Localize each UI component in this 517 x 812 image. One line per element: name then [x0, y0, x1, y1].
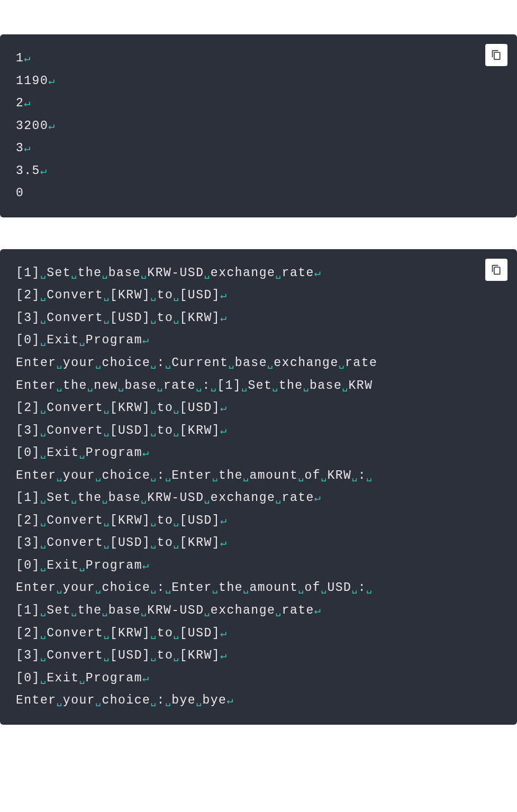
- whitespace-marker: [196, 694, 202, 707]
- whitespace-marker: [212, 469, 219, 482]
- whitespace-marker: [150, 514, 157, 527]
- whitespace-marker: [366, 581, 373, 595]
- whitespace-marker: [95, 694, 102, 707]
- whitespace-marker: [79, 671, 85, 685]
- whitespace-marker: [103, 626, 110, 640]
- whitespace-marker: [103, 514, 110, 527]
- whitespace-marker: [79, 446, 85, 460]
- newline-marker: [220, 311, 228, 325]
- whitespace-marker: [71, 266, 77, 280]
- whitespace-marker: [204, 266, 210, 280]
- whitespace-marker: [211, 379, 217, 393]
- newline-marker: [226, 694, 234, 707]
- whitespace-marker: [57, 379, 63, 393]
- whitespace-marker: [40, 333, 47, 347]
- whitespace-marker: [275, 604, 282, 617]
- whitespace-marker: [165, 356, 171, 370]
- newline-marker: [48, 74, 56, 88]
- whitespace-marker: [173, 649, 179, 662]
- whitespace-marker: [173, 536, 179, 550]
- whitespace-marker: [267, 356, 274, 370]
- whitespace-marker: [321, 581, 327, 595]
- input-code-block: 111902320033.50: [0, 34, 517, 217]
- whitespace-marker: [103, 401, 110, 415]
- code-line: Enteryourchoice:EntertheamountofUSD:: [16, 577, 501, 599]
- whitespace-marker: [79, 559, 85, 572]
- whitespace-marker: [204, 491, 210, 505]
- newline-marker: [220, 536, 228, 550]
- whitespace-marker: [95, 581, 102, 595]
- whitespace-marker: [57, 694, 63, 707]
- whitespace-marker: [150, 581, 157, 595]
- output-code-block: [1]SetthebaseKRW-USDexchangerate[2]Conve…: [0, 249, 517, 725]
- whitespace-marker: [102, 266, 108, 280]
- newline-marker: [142, 559, 150, 572]
- whitespace-marker: [228, 356, 234, 370]
- whitespace-marker: [79, 333, 85, 347]
- code-line: [2]Convert[KRW]to[USD]: [16, 509, 501, 532]
- code-line: Enteryourchoice:byebye: [16, 689, 501, 712]
- code-line: Enteryourchoice:EntertheamountofKRW:: [16, 464, 501, 487]
- whitespace-marker: [165, 469, 171, 482]
- whitespace-marker: [173, 288, 179, 302]
- whitespace-marker: [150, 626, 157, 640]
- whitespace-marker: [342, 379, 348, 393]
- newline-marker: [220, 649, 228, 662]
- whitespace-marker: [243, 581, 249, 595]
- newline-marker: [24, 51, 31, 65]
- whitespace-marker: [71, 491, 77, 505]
- whitespace-marker: [298, 581, 304, 595]
- whitespace-marker: [204, 604, 210, 617]
- code-line: [3]Convert[USD]to[KRW]: [16, 419, 501, 442]
- whitespace-marker: [272, 379, 278, 393]
- copy-button[interactable]: [485, 44, 507, 66]
- code-line: [1]SetthebaseKRW-USDexchangerate: [16, 599, 501, 622]
- whitespace-marker: [141, 266, 147, 280]
- whitespace-marker: [351, 581, 358, 595]
- newline-marker: [220, 401, 228, 415]
- whitespace-marker: [40, 446, 47, 460]
- newline-marker: [314, 266, 322, 280]
- whitespace-marker: [157, 379, 164, 393]
- code-line: [3]Convert[USD]to[KRW]: [16, 307, 501, 330]
- whitespace-marker: [103, 288, 110, 302]
- whitespace-marker: [303, 379, 310, 393]
- newline-marker: [314, 491, 322, 505]
- whitespace-marker: [150, 536, 157, 550]
- code-line: [0]ExitProgram: [16, 554, 501, 577]
- newline-marker: [314, 604, 322, 617]
- whitespace-marker: [103, 311, 110, 325]
- whitespace-marker: [150, 288, 157, 302]
- whitespace-marker: [298, 469, 304, 482]
- whitespace-marker: [102, 491, 108, 505]
- whitespace-marker: [40, 288, 47, 302]
- whitespace-marker: [150, 424, 157, 437]
- copy-button[interactable]: [485, 259, 507, 281]
- code-line: [0]ExitProgram: [16, 442, 501, 464]
- whitespace-marker: [87, 379, 94, 393]
- whitespace-marker: [141, 604, 147, 617]
- whitespace-marker: [351, 469, 358, 482]
- whitespace-marker: [57, 581, 63, 595]
- whitespace-marker: [118, 379, 124, 393]
- code-line: [0]ExitProgram: [16, 667, 501, 690]
- whitespace-marker: [150, 356, 157, 370]
- newline-marker: [142, 333, 150, 347]
- whitespace-marker: [40, 424, 47, 437]
- whitespace-marker: [366, 469, 373, 482]
- code-content-2: [1]SetthebaseKRW-USDexchangerate[2]Conve…: [16, 262, 501, 712]
- code-line: 3200: [16, 115, 501, 138]
- whitespace-marker: [173, 401, 179, 415]
- whitespace-marker: [165, 581, 171, 595]
- newline-marker: [142, 671, 150, 685]
- newline-marker: [40, 164, 48, 178]
- whitespace-marker: [173, 514, 179, 527]
- whitespace-marker: [40, 649, 47, 662]
- whitespace-marker: [40, 626, 47, 640]
- newline-marker: [220, 626, 228, 640]
- newline-marker: [142, 446, 150, 460]
- newline-marker: [48, 119, 56, 133]
- code-line: [2]Convert[KRW]to[USD]: [16, 284, 501, 307]
- whitespace-marker: [150, 469, 157, 482]
- whitespace-marker: [275, 266, 282, 280]
